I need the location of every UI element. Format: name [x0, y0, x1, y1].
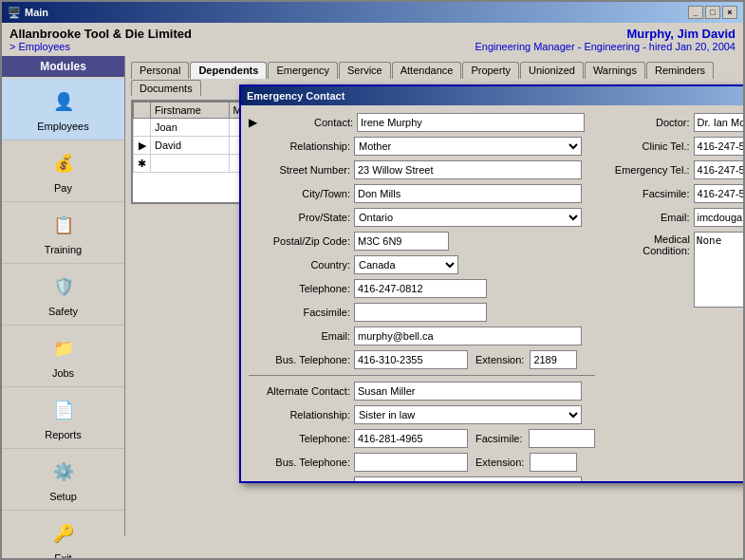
emerg-tel-input[interactable] [694, 160, 743, 179]
alt-bus-tel-row: Bus. Telephone: Extension: [249, 453, 595, 472]
sidebar-item-training[interactable]: 📋 Training [2, 202, 124, 264]
postal-label: Postal/Zip Code: [260, 235, 350, 247]
alt-tel-label: Telephone: [260, 433, 350, 444]
breadcrumb[interactable]: > Employees [9, 41, 192, 52]
sidebar-item-setup[interactable]: ⚙️ Setup [2, 449, 124, 511]
email-input[interactable] [354, 327, 582, 345]
street-row: Street Number: [249, 160, 595, 179]
firstname-input-2[interactable] [155, 140, 225, 151]
alt-contact-label: Alternate Contact: [260, 385, 350, 397]
email-label: Email: [260, 330, 350, 342]
firstname-input-1[interactable] [155, 121, 225, 133]
employees-icon: 👤 [48, 86, 79, 117]
clinic-tel-input[interactable] [694, 137, 743, 156]
minimize-button[interactable]: _ [688, 6, 703, 19]
bus-tel-input[interactable] [354, 350, 468, 369]
safety-icon: 🛡️ [48, 271, 79, 302]
email-row: Email: [249, 327, 595, 345]
sidebar-label-exit: Exit [54, 552, 71, 560]
medical-condition-label: Medical Condition: [605, 233, 690, 256]
tab-dependents[interactable]: Dependents [190, 62, 267, 79]
alt-contact-input[interactable] [354, 382, 582, 401]
relationship-select[interactable]: Mother [354, 137, 582, 156]
tab-service[interactable]: Service [339, 62, 391, 79]
email-right-input[interactable] [694, 208, 743, 227]
tab-property[interactable]: Property [462, 62, 519, 79]
dialog-title-text: Emergency Contact [247, 90, 345, 102]
fax-right-input[interactable] [694, 184, 743, 203]
pay-icon: 💰 [48, 148, 79, 178]
reports-icon: 📄 [48, 395, 79, 425]
bus-tel-label: Bus. Telephone: [260, 354, 350, 365]
header-area: Allanbrooke Tool & Die Limited > Employe… [2, 23, 743, 56]
sidebar-header: Modules [2, 56, 124, 77]
col-firstname: Firstname [151, 103, 230, 119]
close-button[interactable]: × [722, 6, 737, 19]
country-label: Country: [260, 259, 350, 271]
tab-reminders[interactable]: Reminders [646, 62, 714, 79]
sidebar-label-training: Training [45, 244, 82, 255]
postal-input[interactable] [354, 232, 449, 251]
sidebar-item-pay[interactable]: 💰 Pay [2, 140, 124, 202]
tab-unionized[interactable]: Unionized [520, 62, 584, 79]
street-input[interactable] [354, 160, 582, 179]
prov-select[interactable]: Ontario [354, 208, 582, 227]
alt-tel-input[interactable] [354, 429, 468, 448]
facsimile-input[interactable] [354, 303, 487, 322]
alt-bus-tel-input[interactable] [354, 453, 468, 472]
sidebar-item-employees[interactable]: 👤 Employees [2, 79, 124, 140]
sidebar-label-employees: Employees [37, 121, 88, 132]
alt-email-input[interactable] [354, 476, 582, 481]
alt-facsimile-label: Facsimile: [475, 433, 523, 444]
doctor-input[interactable] [694, 113, 743, 132]
alt-email-row: Email: [249, 476, 595, 481]
telephone-input[interactable] [354, 279, 487, 298]
sidebar-item-exit[interactable]: 🔑 Exit [2, 511, 124, 560]
alt-bus-tel-label: Bus. Telephone: [260, 457, 350, 468]
title-bar-controls: _ □ × [688, 6, 737, 19]
tab-warnings[interactable]: Warnings [585, 62, 645, 79]
sidebar-label-setup: Setup [49, 491, 77, 502]
sidebar-label-safety: Safety [48, 306, 78, 317]
dialog-title-bar: Emergency Contact _ □ × [241, 86, 743, 105]
tab-attendance[interactable]: Attendance [392, 62, 462, 79]
alt-ext-input[interactable] [530, 453, 577, 472]
contact-input[interactable] [357, 113, 585, 132]
alt-ext-label: Extension: [475, 457, 524, 468]
city-input[interactable] [354, 184, 582, 203]
alt-relationship-label: Relationship: [260, 409, 350, 420]
jobs-icon: 📁 [48, 333, 79, 364]
country-select[interactable]: Canada [354, 255, 458, 274]
tab-personal[interactable]: Personal [131, 62, 189, 79]
doctor-label: Doctor: [605, 117, 690, 128]
tab-emergency[interactable]: Emergency [268, 62, 338, 79]
medical-condition-textarea[interactable]: None [694, 232, 743, 308]
sidebar-item-safety[interactable]: 🛡️ Safety [2, 264, 124, 326]
extension-input[interactable] [530, 350, 577, 369]
relationship-label: Relationship: [260, 140, 350, 152]
country-row: Country: Canada [249, 255, 595, 274]
main-window: 🖥️ Main _ □ × Allanbrooke Tool & Die Lim… [0, 0, 745, 560]
firstname-input-new[interactable] [155, 158, 225, 169]
sidebar-item-reports[interactable]: 📄 Reports [2, 387, 124, 449]
sidebar-label-jobs: Jobs [52, 367, 74, 379]
prov-label: Prov/State: [260, 212, 350, 223]
medical-condition-row: Medical Condition: None [605, 232, 743, 308]
section-divider [249, 375, 595, 376]
city-row: City/Town: [249, 184, 595, 203]
relationship-row: Relationship: Mother [249, 137, 595, 156]
alt-tel-row: Telephone: Facsimile: [249, 429, 595, 448]
clinic-tel-row: Clinic Tel.: [605, 137, 743, 156]
tab-documents[interactable]: Documents [131, 80, 201, 96]
setup-icon: ⚙️ [48, 457, 79, 487]
exit-icon: 🔑 [48, 518, 79, 549]
employee-title: Engineering Manager - Engineering - hire… [475, 41, 736, 52]
fax-right-row: Facsimile: [605, 184, 743, 203]
fax-right-label: Facsimile: [605, 188, 690, 199]
alt-relationship-select[interactable]: Sister in law [354, 405, 582, 424]
alt-facsimile-input[interactable] [529, 429, 595, 448]
maximize-button[interactable]: □ [705, 6, 720, 19]
sidebar-item-jobs[interactable]: 📁 Jobs [2, 326, 124, 387]
contact-row: ▶ Contact: [249, 113, 595, 132]
company-name: Allanbrooke Tool & Die Limited [9, 27, 192, 41]
